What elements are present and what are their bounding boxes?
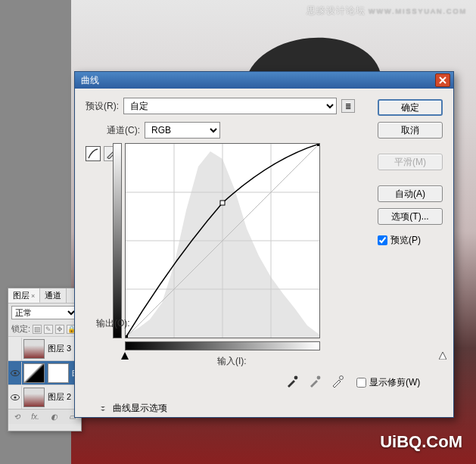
svg-marker-10 [121,352,129,360]
watermark-sub: WWW.MISSYUAN.COM [369,8,467,15]
ok-label: 确定 [401,101,419,114]
tab-close-icon[interactable]: × [31,292,35,300]
smooth-label: 平滑(M) [394,156,426,169]
black-point-slider[interactable] [121,352,129,360]
svg-marker-11 [439,352,446,360]
tab-layers-label: 图层 [13,291,30,300]
chevron-down-icon [98,403,108,414]
svg-point-3 [14,396,16,398]
lock-paint-icon[interactable]: ✎ [44,325,53,334]
watermark-text: 思缘设计论坛 [306,5,366,16]
curve-point[interactable] [220,201,225,205]
curve-point-tool[interactable] [86,146,101,161]
layer-row[interactable]: 曲线 1 [8,360,81,385]
tab-layers[interactable]: 图层× [8,288,40,303]
cancel-label: 取消 [401,124,419,137]
curve-canvas[interactable] [125,143,320,338]
svg-point-14 [340,376,344,380]
watermark-top: 思缘设计论坛 WWW.MISSYUAN.COM [306,5,467,17]
blend-mode-select[interactable]: 正常 [11,306,78,319]
tab-channels[interactable]: 通道 [40,288,67,303]
layer-thumbnail[interactable] [23,388,45,407]
auto-button[interactable]: 自动(A) [378,185,443,202]
lock-position-icon[interactable]: ✥ [55,325,64,334]
watermark-bottom: UiBQ.CoM [380,432,462,452]
ok-button[interactable]: 确定 [378,99,443,116]
layer-thumbnail[interactable] [23,363,45,383]
channel-label: 通道(C): [107,124,140,137]
preview-input[interactable] [378,235,387,245]
link-layers-icon[interactable]: ⟲ [14,413,20,421]
eyedropper-icon [309,375,321,388]
svg-point-13 [317,376,321,380]
white-eyedropper[interactable] [329,375,346,388]
close-button[interactable] [435,73,450,87]
fx-icon[interactable]: fx. [31,413,39,421]
eyedropper-row [284,375,346,388]
close-icon [439,76,446,84]
dialog-title: 曲线 [78,74,435,87]
show-clipping-input[interactable] [356,378,366,388]
layers-list: 图层 3 曲线 1 图层 2 [8,336,81,409]
visibility-toggle[interactable] [8,362,22,385]
layers-footer: ⟲ fx. ◐ ▭ [8,409,81,424]
panel-tabs: 图层× 通道 [8,288,81,304]
preset-label: 预设(R): [86,100,119,113]
visibility-toggle[interactable] [8,338,22,360]
black-eyedropper[interactable] [284,375,300,388]
curve-point[interactable] [126,335,128,338]
visibility-toggle[interactable] [8,386,22,409]
lock-transparency-icon[interactable]: ▨ [33,325,42,334]
input-label: 输入(I): [217,355,247,368]
preview-checkbox[interactable]: 预览(P) [378,234,443,247]
preset-menu-button[interactable]: ≣ [341,99,355,113]
curve-display-options[interactable]: 曲线显示选项 [98,402,167,415]
channel-select[interactable]: RGB [145,122,220,139]
show-clipping-label: 显示修剪(W) [369,376,420,389]
layer-thumbnail[interactable] [23,339,45,359]
lock-row: 锁定: ▨ ✎ ✥ 🔒 [8,322,81,336]
preset-select[interactable]: 自定 [123,98,337,114]
layer-mask-thumbnail[interactable] [48,363,69,383]
preview-label: 预览(P) [390,234,421,247]
smooth-button: 平滑(M) [378,154,443,170]
svg-marker-16 [101,410,105,411]
lock-label: 锁定: [11,323,30,335]
input-gradient [125,341,320,350]
curve-point-icon [88,148,98,159]
layer-row[interactable]: 图层 3 [8,336,81,360]
auto-label: 自动(A) [395,188,425,201]
output-label: 输出(O): [96,317,130,330]
layers-panel: 图层× 通道 正常 锁定: ▨ ✎ ✥ 🔒 图层 3 曲线 1 图层 2 [8,288,82,431]
options-label: 选项(T)... [391,210,428,223]
white-point-slider[interactable] [439,352,446,360]
svg-point-1 [14,372,16,374]
adjustment-layer-icon[interactable]: ◐ [51,413,58,421]
curves-dialog: 曲线 预设(R): 自定 ≣ 通道(C): RGB [74,71,454,418]
svg-point-12 [294,376,298,380]
gray-eyedropper[interactable] [306,375,323,388]
eyedropper-icon [331,375,344,388]
cancel-button[interactable]: 取消 [378,122,443,139]
eyedropper-icon [286,375,298,388]
options-button[interactable]: 选项(T)... [378,208,443,225]
disclosure-label: 曲线显示选项 [113,402,167,415]
layer-row[interactable]: 图层 2 [8,385,81,409]
dialog-titlebar[interactable]: 曲线 [75,72,453,89]
svg-marker-15 [101,406,105,408]
output-gradient [113,143,122,338]
show-clipping-checkbox[interactable]: 显示修剪(W) [356,376,420,389]
tab-channels-label: 通道 [45,291,61,300]
curve-point[interactable] [317,144,319,146]
